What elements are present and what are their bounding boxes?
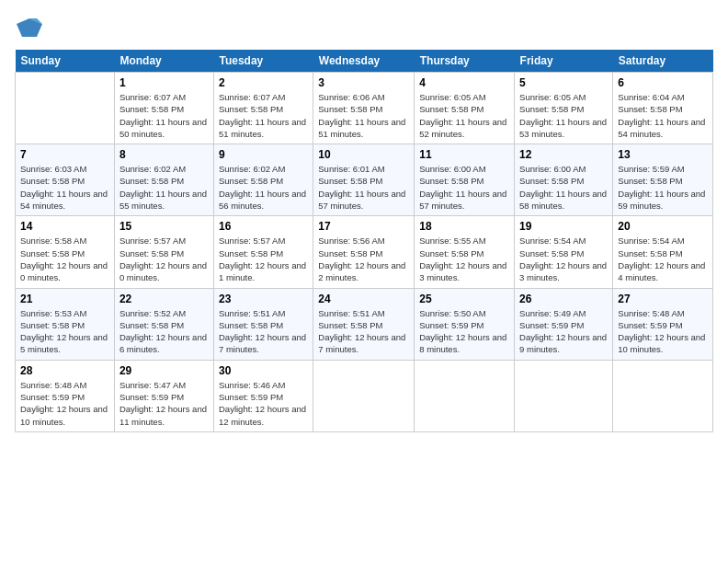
day-number: 4	[419, 76, 509, 89]
calendar-cell: 18Sunrise: 5:55 AMSunset: 5:58 PMDayligh…	[415, 216, 515, 288]
calendar-cell: 19Sunrise: 5:54 AMSunset: 5:58 PMDayligh…	[515, 216, 613, 288]
day-number: 10	[318, 148, 409, 161]
calendar-cell: 20Sunrise: 5:54 AMSunset: 5:58 PMDayligh…	[613, 216, 713, 288]
day-number: 30	[219, 364, 308, 377]
day-info: Sunrise: 5:49 AMSunset: 5:59 PMDaylight:…	[519, 307, 608, 356]
day-info: Sunrise: 5:51 AMSunset: 5:58 PMDaylight:…	[318, 307, 409, 356]
calendar-cell: 8Sunrise: 6:02 AMSunset: 5:58 PMDaylight…	[114, 144, 213, 216]
day-info: Sunrise: 6:07 AMSunset: 5:58 PMDaylight:…	[219, 91, 308, 140]
calendar-cell: 5Sunrise: 6:05 AMSunset: 5:58 PMDaylight…	[515, 73, 613, 144]
calendar-cell: 13Sunrise: 5:59 AMSunset: 5:58 PMDayligh…	[613, 144, 713, 216]
calendar-cell: 30Sunrise: 5:46 AMSunset: 5:59 PMDayligh…	[213, 360, 313, 431]
day-info: Sunrise: 5:53 AMSunset: 5:58 PMDaylight:…	[20, 307, 109, 356]
calendar-cell: 10Sunrise: 6:01 AMSunset: 5:58 PMDayligh…	[313, 144, 415, 216]
day-number: 13	[618, 148, 708, 161]
week-row-4: 21Sunrise: 5:53 AMSunset: 5:58 PMDayligh…	[16, 288, 713, 360]
day-number: 23	[219, 293, 308, 305]
calendar-cell: 21Sunrise: 5:53 AMSunset: 5:58 PMDayligh…	[16, 288, 115, 360]
calendar-cell: 9Sunrise: 6:02 AMSunset: 5:58 PMDaylight…	[213, 144, 313, 216]
day-info: Sunrise: 5:54 AMSunset: 5:58 PMDaylight:…	[618, 235, 708, 283]
day-info: Sunrise: 6:06 AMSunset: 5:58 PMDaylight:…	[318, 91, 409, 140]
day-info: Sunrise: 6:05 AMSunset: 5:58 PMDaylight:…	[519, 91, 608, 140]
day-info: Sunrise: 6:00 AMSunset: 5:58 PMDaylight:…	[419, 163, 509, 212]
calendar-cell	[515, 360, 613, 431]
page-header	[15, 15, 713, 40]
calendar-cell	[16, 73, 115, 144]
day-info: Sunrise: 5:46 AMSunset: 5:59 PMDaylight:…	[219, 379, 308, 428]
day-info: Sunrise: 6:04 AMSunset: 5:58 PMDaylight:…	[618, 91, 708, 140]
calendar-cell: 17Sunrise: 5:56 AMSunset: 5:58 PMDayligh…	[313, 216, 415, 288]
calendar-table: SundayMondayTuesdayWednesdayThursdayFrid…	[15, 50, 713, 432]
day-info: Sunrise: 5:47 AMSunset: 5:59 PMDaylight:…	[119, 379, 209, 428]
day-number: 3	[318, 76, 409, 89]
weekday-header-monday: Monday	[114, 50, 213, 73]
day-number: 9	[219, 148, 308, 161]
day-info: Sunrise: 6:02 AMSunset: 5:58 PMDaylight:…	[119, 163, 209, 212]
day-number: 1	[119, 76, 209, 89]
calendar-cell: 14Sunrise: 5:58 AMSunset: 5:58 PMDayligh…	[16, 216, 115, 288]
day-number: 18	[419, 220, 509, 233]
week-row-2: 7Sunrise: 6:03 AMSunset: 5:58 PMDaylight…	[16, 144, 713, 216]
day-number: 14	[20, 220, 109, 233]
calendar-cell: 28Sunrise: 5:48 AMSunset: 5:59 PMDayligh…	[16, 360, 115, 431]
day-number: 27	[618, 293, 708, 305]
calendar-cell: 23Sunrise: 5:51 AMSunset: 5:58 PMDayligh…	[213, 288, 313, 360]
day-info: Sunrise: 5:48 AMSunset: 5:59 PMDaylight:…	[20, 379, 109, 428]
day-info: Sunrise: 5:50 AMSunset: 5:59 PMDaylight:…	[419, 307, 509, 356]
calendar-cell	[313, 360, 415, 431]
day-number: 7	[20, 148, 109, 161]
calendar-cell: 25Sunrise: 5:50 AMSunset: 5:59 PMDayligh…	[415, 288, 515, 360]
day-number: 11	[419, 148, 509, 161]
day-number: 29	[119, 364, 209, 377]
calendar-cell: 11Sunrise: 6:00 AMSunset: 5:58 PMDayligh…	[415, 144, 515, 216]
day-number: 15	[119, 220, 209, 233]
day-number: 22	[119, 293, 209, 305]
day-number: 5	[519, 76, 608, 89]
calendar-cell: 26Sunrise: 5:49 AMSunset: 5:59 PMDayligh…	[515, 288, 613, 360]
weekday-header-row: SundayMondayTuesdayWednesdayThursdayFrid…	[16, 50, 713, 73]
week-row-3: 14Sunrise: 5:58 AMSunset: 5:58 PMDayligh…	[16, 216, 713, 288]
day-info: Sunrise: 5:52 AMSunset: 5:58 PMDaylight:…	[119, 307, 209, 356]
day-number: 19	[519, 220, 608, 233]
day-number: 26	[519, 293, 608, 305]
calendar-cell: 24Sunrise: 5:51 AMSunset: 5:58 PMDayligh…	[313, 288, 415, 360]
day-info: Sunrise: 5:59 AMSunset: 5:58 PMDaylight:…	[618, 163, 708, 212]
calendar-cell: 2Sunrise: 6:07 AMSunset: 5:58 PMDaylight…	[213, 73, 313, 144]
day-number: 20	[618, 220, 708, 233]
day-info: Sunrise: 5:55 AMSunset: 5:58 PMDaylight:…	[419, 235, 509, 283]
day-info: Sunrise: 5:51 AMSunset: 5:58 PMDaylight:…	[219, 307, 308, 356]
calendar-cell: 27Sunrise: 5:48 AMSunset: 5:59 PMDayligh…	[613, 288, 713, 360]
calendar-cell: 4Sunrise: 6:05 AMSunset: 5:58 PMDaylight…	[415, 73, 515, 144]
calendar-cell	[613, 360, 713, 431]
calendar-cell: 15Sunrise: 5:57 AMSunset: 5:58 PMDayligh…	[114, 216, 213, 288]
day-info: Sunrise: 5:54 AMSunset: 5:58 PMDaylight:…	[519, 235, 608, 283]
day-info: Sunrise: 6:03 AMSunset: 5:58 PMDaylight:…	[20, 163, 109, 212]
day-number: 2	[219, 76, 308, 89]
day-number: 17	[318, 220, 409, 233]
day-number: 6	[618, 76, 708, 89]
day-info: Sunrise: 6:01 AMSunset: 5:58 PMDaylight:…	[318, 163, 409, 212]
logo	[15, 15, 42, 40]
weekday-header-friday: Friday	[515, 50, 613, 73]
weekday-header-saturday: Saturday	[613, 50, 713, 73]
calendar-cell: 22Sunrise: 5:52 AMSunset: 5:58 PMDayligh…	[114, 288, 213, 360]
weekday-header-sunday: Sunday	[16, 50, 115, 73]
day-info: Sunrise: 5:57 AMSunset: 5:58 PMDaylight:…	[219, 235, 308, 283]
day-info: Sunrise: 5:58 AMSunset: 5:58 PMDaylight:…	[20, 235, 109, 283]
calendar-cell: 1Sunrise: 6:07 AMSunset: 5:58 PMDaylight…	[114, 73, 213, 144]
calendar-cell	[415, 360, 515, 431]
calendar-cell: 3Sunrise: 6:06 AMSunset: 5:58 PMDaylight…	[313, 73, 415, 144]
logo-icon	[17, 15, 42, 40]
weekday-header-tuesday: Tuesday	[213, 50, 313, 73]
calendar-cell: 12Sunrise: 6:00 AMSunset: 5:58 PMDayligh…	[515, 144, 613, 216]
week-row-5: 28Sunrise: 5:48 AMSunset: 5:59 PMDayligh…	[16, 360, 713, 431]
day-number: 16	[219, 220, 308, 233]
day-info: Sunrise: 5:48 AMSunset: 5:59 PMDaylight:…	[618, 307, 708, 356]
calendar-cell: 7Sunrise: 6:03 AMSunset: 5:58 PMDaylight…	[16, 144, 115, 216]
day-info: Sunrise: 6:05 AMSunset: 5:58 PMDaylight:…	[419, 91, 509, 140]
calendar-cell: 16Sunrise: 5:57 AMSunset: 5:58 PMDayligh…	[213, 216, 313, 288]
day-number: 24	[318, 293, 409, 305]
weekday-header-wednesday: Wednesday	[313, 50, 415, 73]
week-row-1: 1Sunrise: 6:07 AMSunset: 5:58 PMDaylight…	[16, 73, 713, 144]
day-number: 28	[20, 364, 109, 377]
